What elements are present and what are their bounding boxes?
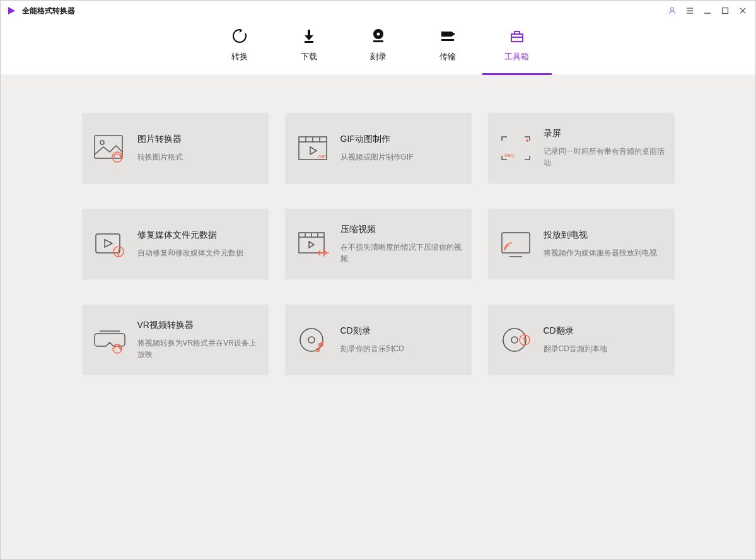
svg-text:REC: REC: [504, 153, 515, 158]
svg-rect-13: [305, 41, 313, 43]
svg-marker-0: [8, 7, 15, 15]
tool-title: VR视频转换器: [137, 320, 260, 331]
nav-label: 转换: [231, 51, 248, 62]
tool-desc: 刻录你的音乐到CD: [340, 343, 463, 354]
nav-label: 下载: [301, 51, 317, 62]
tool-title: 录屏: [544, 128, 666, 139]
svg-point-33: [526, 139, 528, 142]
svg-rect-22: [95, 136, 122, 158]
svg-marker-18: [451, 32, 455, 37]
tool-vr-converter[interactable]: VR视频转换器 将视频转换为VR格式并在VR设备上放映: [82, 305, 269, 375]
nav-convert[interactable]: 转换: [205, 21, 274, 62]
minimize-icon[interactable]: [700, 3, 715, 18]
image-icon: [91, 129, 129, 167]
nav-burn[interactable]: 刻录: [344, 21, 413, 62]
toolbox-icon: [508, 25, 526, 47]
tool-title: CD翻录: [544, 325, 666, 337]
tool-desc: 自动修复和修改媒体文件元数据: [137, 247, 260, 259]
nav-label: 传输: [439, 51, 456, 62]
tool-gif-maker[interactable]: GIF GIF动图制作 从视频或图片制作GIF: [285, 113, 472, 184]
nav-download[interactable]: 下载: [274, 21, 344, 62]
menu-icon[interactable]: [682, 3, 697, 18]
tool-cd-burn[interactable]: CD刻录 刻录你的音乐到CD: [285, 305, 472, 375]
vr-icon: [91, 321, 129, 359]
svg-rect-6: [723, 8, 728, 14]
tool-screen-record[interactable]: REC 录屏 记录同一时间所有带有音频的桌面活动: [488, 113, 675, 184]
tool-fix-metadata[interactable]: 修复媒体文件元数据 自动修复和修改媒体文件元数据: [82, 209, 269, 279]
cd-rip-icon: [497, 321, 535, 359]
app-window: 全能格式转换器 转换 下载: [0, 0, 756, 560]
svg-point-58: [503, 329, 526, 351]
tool-cd-rip[interactable]: CD翻录 翻录CD音频到本地: [488, 305, 675, 375]
svg-point-15: [376, 33, 380, 36]
metadata-icon: [91, 225, 129, 263]
svg-point-55: [308, 337, 315, 343]
svg-rect-19: [441, 39, 454, 41]
svg-rect-16: [373, 40, 383, 42]
svg-marker-45: [309, 242, 314, 248]
svg-rect-35: [96, 234, 120, 253]
tool-title: 压缩视频: [340, 224, 463, 235]
nav-toolbox[interactable]: 工具箱: [482, 21, 552, 75]
svg-point-39: [118, 254, 119, 255]
record-icon: REC: [497, 129, 535, 167]
tool-image-converter[interactable]: 图片转换器 转换图片格式: [82, 113, 269, 184]
tool-title: 投放到电视: [544, 230, 666, 241]
svg-marker-12: [305, 35, 313, 40]
svg-point-1: [671, 8, 674, 11]
svg-rect-11: [308, 30, 310, 36]
cast-icon: [497, 225, 535, 263]
tool-title: CD刻录: [340, 325, 463, 337]
close-icon[interactable]: [735, 3, 750, 18]
tool-title: 修复媒体文件元数据: [137, 230, 260, 241]
titlebar: 全能格式转换器: [1, 1, 755, 21]
top-nav: 转换 下载 刻录 传输 工具箱: [1, 21, 755, 75]
svg-marker-31: [310, 147, 317, 155]
compress-icon: [294, 225, 332, 263]
svg-text:GIF: GIF: [318, 154, 326, 160]
nav-transfer[interactable]: 传输: [413, 21, 482, 62]
tool-title: GIF动图制作: [340, 134, 463, 145]
app-title: 全能格式转换器: [22, 6, 75, 16]
content-area: 图片转换器 转换图片格式 GIF GIF动图制作 从视频或图片制作GIF REC: [1, 75, 755, 559]
svg-rect-17: [441, 32, 451, 37]
tool-desc: 从视频或图片制作GIF: [340, 151, 463, 163]
user-icon[interactable]: [665, 3, 680, 18]
tool-title: 图片转换器: [137, 134, 260, 145]
tool-cast-tv[interactable]: 投放到电视 将视频作为媒体服务器投放到电视: [488, 209, 675, 279]
tool-desc: 在不损失清晰度的情况下压缩你的视频: [340, 242, 463, 264]
transfer-icon: [438, 25, 457, 47]
svg-point-56: [316, 349, 319, 352]
cd-burn-icon: [294, 321, 332, 359]
gif-icon: GIF: [294, 129, 332, 167]
refresh-icon: [230, 25, 249, 47]
tool-desc: 记录同一时间所有带有音频的桌面活动: [544, 146, 666, 168]
tool-compress-video[interactable]: 压缩视频 在不损失清晰度的情况下压缩你的视频: [285, 209, 472, 279]
app-logo-icon: [6, 5, 17, 16]
download-icon: [299, 25, 318, 47]
svg-marker-36: [105, 240, 112, 247]
disc-icon: [369, 25, 388, 47]
svg-rect-49: [502, 233, 530, 253]
svg-point-59: [511, 337, 518, 343]
tool-grid: 图片转换器 转换图片格式 GIF GIF动图制作 从视频或图片制作GIF REC: [82, 113, 675, 375]
tool-desc: 翻录CD音频到本地: [544, 343, 666, 354]
tool-desc: 将视频作为媒体服务器投放到电视: [544, 247, 666, 259]
tool-desc: 将视频转换为VR格式并在VR设备上放映: [137, 337, 260, 360]
tool-desc: 转换图片格式: [137, 151, 260, 163]
nav-label: 刻录: [370, 51, 387, 62]
nav-label: 工具箱: [504, 51, 529, 62]
svg-point-23: [100, 141, 104, 144]
maximize-icon[interactable]: [718, 3, 733, 18]
